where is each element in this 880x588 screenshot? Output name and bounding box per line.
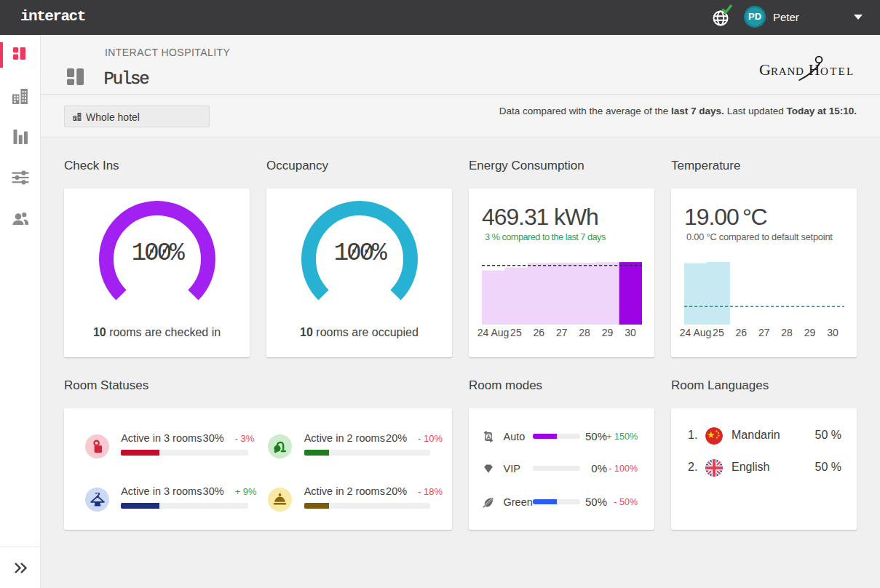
svg-text:RAND: RAND <box>771 65 804 77</box>
svg-text:G: G <box>759 60 771 79</box>
svg-text:OTEL: OTEL <box>820 65 855 77</box>
svg-text:A: A <box>487 434 491 440</box>
